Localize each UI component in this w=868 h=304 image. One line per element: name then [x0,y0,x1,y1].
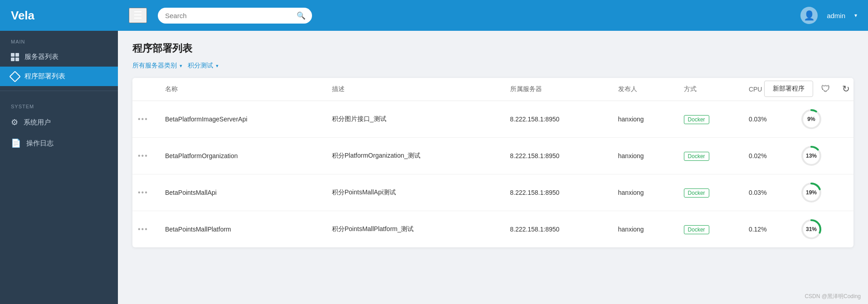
hamburger-button[interactable]: ☰ [129,8,147,23]
avatar: 👤 [800,7,818,24]
row-name: BetaPointsMallPlatform [160,211,327,248]
row-dots-btn[interactable]: ••• [132,211,160,248]
sidebar-item-label: 系统用户 [24,118,51,127]
sidebar-section-system: SYSTEM [0,96,118,112]
row-mem: 13% [795,138,853,174]
docker-badge: Docker [684,188,709,198]
search-input[interactable] [158,8,312,24]
row-server: 8.222.158.1:8950 [505,174,613,211]
search-icon: 🔍 [297,11,306,20]
chevron-down-icon: ▾ [216,63,219,69]
main-area: ☰ 🔍 👤 admin ▾ 程序部署列表 所有服务器类别 ▾ 积分测试 ▾ 新部… [118,0,868,304]
diamond-icon [11,72,19,81]
sidebar-item-operation-log[interactable]: 📄 操作日志 [0,133,118,154]
row-mem: 19% [795,174,853,211]
col-desc: 描述 [327,78,505,101]
row-publisher: hanxiong [613,211,678,248]
deploy-table: 名称 描述 所属服务器 发布人 方式 CPU 内存 ••• BetaPlatfo… [132,78,853,247]
sidebar-item-server-list[interactable]: 服务器列表 [0,47,118,67]
row-method: Docker [678,174,743,211]
filter-bar: 所有服务器类别 ▾ 积分测试 ▾ [132,62,853,70]
mem-pct-label: 19% [806,189,817,196]
search-bar: 🔍 [158,8,312,24]
sidebar-item-deploy-list[interactable]: 程序部署列表 [0,67,118,86]
row-server: 8.222.158.1:8950 [505,101,613,138]
chevron-down-icon: ▾ [180,63,182,69]
col-name: 名称 [160,78,327,101]
page-title: 程序部署列表 [132,42,853,55]
env-filter[interactable]: 积分测试 ▾ [188,62,219,70]
mem-pct-label: 31% [806,226,817,232]
row-server: 8.222.158.1:8950 [505,138,613,174]
row-cpu: 0.03% [743,101,795,138]
row-publisher: hanxiong [613,138,678,174]
row-cpu: 0.02% [743,138,795,174]
refresh-button[interactable]: ↻ [839,82,853,96]
users-icon: ⚙ [11,117,18,127]
row-desc: 积分图片接口_测试 [327,101,505,138]
row-server: 8.222.158.1:8950 [505,211,613,248]
mem-progress-ring: 9% [800,108,822,130]
sidebar-item-label: 操作日志 [26,139,54,148]
row-desc: 积分PointsMallApi测试 [327,174,505,211]
grid-icon [11,53,19,61]
sidebar-divider [0,91,118,91]
filter-label: 积分测试 [188,62,213,70]
row-publisher: hanxiong [613,174,678,211]
new-deploy-button[interactable]: 新部署程序 [764,81,813,97]
mem-progress-ring: 19% [800,182,822,203]
col-actions [132,78,160,101]
docker-badge: Docker [684,152,709,161]
sidebar-item-label: 程序部署列表 [24,72,65,81]
sidebar-logo: Vela [0,0,118,31]
col-publisher: 发布人 [613,78,678,101]
row-name: BetaPointsMallApi [160,174,327,211]
server-type-filter[interactable]: 所有服务器类别 ▾ [132,62,182,70]
table-row: ••• BetaPointsMallPlatform 积分PointsMallP… [132,211,853,248]
row-name: BetaPlatformImageServerApi [160,101,327,138]
row-dots-btn[interactable]: ••• [132,101,160,138]
doc-icon: 📄 [11,138,21,148]
row-dots-btn[interactable]: ••• [132,174,160,211]
row-desc: 积分PointsMallPlatform_测试 [327,211,505,248]
filter-label: 所有服务器类别 [132,62,177,70]
sidebar-item-label: 服务器列表 [24,53,59,61]
shield-button[interactable]: 🛡 [818,82,834,96]
chevron-down-icon: ▾ [854,12,857,19]
mem-pct-label: 13% [806,153,817,159]
row-dots-btn[interactable]: ••• [132,138,160,174]
row-method: Docker [678,138,743,174]
user-name: admin [827,12,845,19]
table-row: ••• BetaPlatformImageServerApi 积分图片接口_测试… [132,101,853,138]
table-row: ••• BetaPointsMallApi 积分PointsMallApi测试 … [132,174,853,211]
sidebar-item-system-users[interactable]: ⚙ 系统用户 [0,112,118,133]
sidebar: Vela MAIN 服务器列表 程序部署列表 SYSTEM ⚙ 系统用户 📄 操… [0,0,118,304]
page-content: 程序部署列表 所有服务器类别 ▾ 积分测试 ▾ 新部署程序 🛡 ↻ 名称 [118,31,868,304]
row-name: BetaPlatformOrganization [160,138,327,174]
row-method: Docker [678,211,743,248]
row-mem: 9% [795,101,853,138]
action-bar: 新部署程序 🛡 ↻ [764,81,853,97]
table-row: ••• BetaPlatformOrganization 积分PlatformO… [132,138,853,174]
mem-progress-ring: 13% [800,145,822,167]
col-server: 所属服务器 [505,78,613,101]
mem-progress-ring: 31% [800,218,822,240]
col-method: 方式 [678,78,743,101]
row-mem: 31% [795,211,853,248]
sidebar-section-main: MAIN [0,31,118,47]
watermark: CSDN @黑泽明Coding [805,293,861,300]
row-cpu: 0.03% [743,174,795,211]
header: ☰ 🔍 👤 admin ▾ [118,0,868,31]
docker-badge: Docker [684,225,709,234]
table-header-row: 名称 描述 所属服务器 发布人 方式 CPU 内存 [132,78,853,101]
row-publisher: hanxiong [613,101,678,138]
mem-pct-label: 9% [807,116,815,122]
row-method: Docker [678,101,743,138]
row-cpu: 0.12% [743,211,795,248]
docker-badge: Docker [684,115,709,124]
row-desc: 积分PlatformOrganization_测试 [327,138,505,174]
